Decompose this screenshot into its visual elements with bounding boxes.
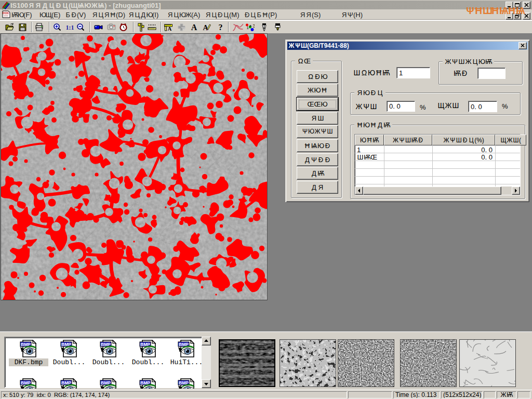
svg-text:DOC: DOC (3, 11, 10, 15)
svg-text:1:1: 1:1 (66, 24, 74, 31)
svg-text:A: A (168, 25, 172, 32)
svg-text:?: ? (219, 23, 223, 32)
svg-text:A: A (191, 23, 197, 32)
svg-text:3: 3 (253, 23, 255, 29)
svg-text:a: a (249, 23, 252, 28)
